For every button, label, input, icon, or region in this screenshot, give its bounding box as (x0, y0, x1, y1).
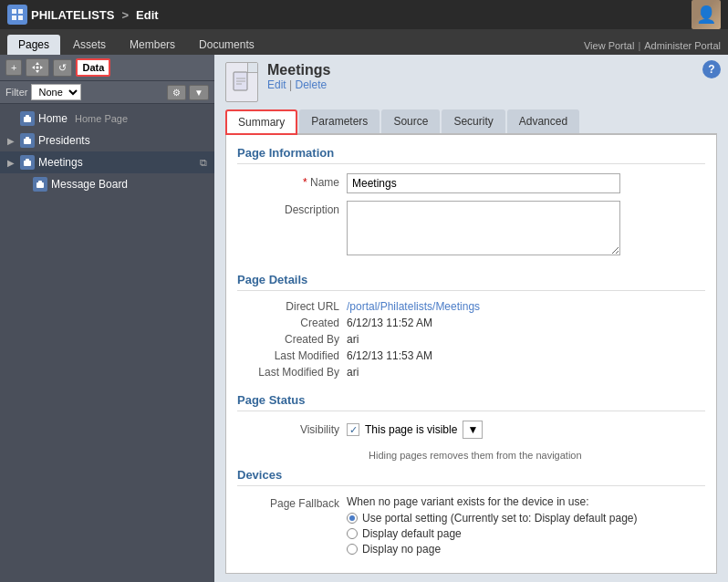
description-label: Description (237, 201, 347, 216)
name-field (347, 173, 705, 193)
help-button[interactable]: ? (702, 60, 721, 78)
breadcrumb-separator: > (121, 8, 129, 22)
radio-portal-setting-label: Use portal setting (Currently set to: Di… (362, 512, 637, 525)
tab-parameters[interactable]: Parameters (299, 109, 380, 133)
radio-display-none-btn[interactable] (347, 544, 358, 555)
visibility-row-container: Visibility This page is visible ▼ (237, 421, 705, 442)
dropdown-arrow: ▼ (467, 423, 478, 436)
visibility-controls: This page is visible ▼ (347, 421, 705, 439)
nav-tab-pages[interactable]: Pages (7, 35, 60, 55)
detail-row-created-by: Created By ari (237, 333, 705, 346)
url-label: Direct URL (237, 300, 347, 313)
refresh-button[interactable]: ↺ (53, 59, 72, 77)
logo-icon (7, 5, 27, 25)
filter-label: Filter (5, 87, 27, 98)
radio-display-default: Display default page (347, 527, 637, 540)
detail-row-last-modified: Last Modified 6/12/13 11:53 AM (237, 349, 705, 362)
svg-point-8 (36, 67, 39, 69)
delete-link[interactable]: Delete (295, 78, 327, 91)
administer-portal-link[interactable]: Administer Portal (644, 40, 721, 51)
radio-display-default-btn[interactable] (347, 528, 358, 539)
content-header: Meetings Edit | Delete (214, 55, 728, 109)
fallback-label: Page Fallback (237, 495, 347, 510)
main-layout: + ↺ Data Filter None ⚙ ▼ (0, 55, 728, 582)
top-links: View Portal | Administer Portal (584, 40, 721, 55)
radio-display-none: Display no page (347, 543, 637, 556)
section-title-page-status: Page Status (237, 393, 705, 411)
nav-tab-assets[interactable]: Assets (62, 35, 117, 55)
description-field (347, 201, 705, 258)
tree-item-label-msgboard: Message Board (51, 178, 128, 191)
visibility-hint: Hiding pages removes them from the navig… (369, 450, 705, 461)
nav-tab-documents[interactable]: Documents (188, 35, 265, 55)
name-input[interactable] (347, 173, 620, 193)
visibility-dropdown[interactable]: ▼ (463, 421, 483, 439)
tree-item-presidents[interactable]: ▶ Presidents (0, 130, 214, 151)
tab-advanced[interactable]: Advanced (507, 109, 579, 133)
description-textarea[interactable] (347, 201, 620, 255)
created-by-value: ari (347, 333, 359, 346)
page-icon-presidents (20, 133, 35, 148)
expand-arrow-presidents: ▶ (7, 136, 16, 146)
visibility-field: This page is visible ▼ (347, 421, 705, 442)
detail-row-url: Direct URL /portal/Philatelists/Meetings (237, 300, 705, 313)
svg-marker-6 (32, 66, 35, 69)
svg-rect-10 (26, 115, 29, 118)
view-portal-link[interactable]: View Portal (584, 40, 634, 51)
fallback-row: Page Fallback When no page variant exist… (237, 495, 705, 558)
detail-row-last-modified-by: Last Modified By ari (237, 366, 705, 379)
svg-rect-16 (38, 181, 42, 183)
visibility-checkbox[interactable] (347, 423, 359, 436)
move-button[interactable] (26, 58, 49, 77)
copy-icon-meetings: ⧉ (200, 157, 207, 169)
radio-portal-setting-btn[interactable] (347, 513, 358, 524)
tab-summary[interactable]: Summary (225, 109, 297, 135)
radio-display-default-label: Display default page (362, 527, 462, 540)
nav-tab-members[interactable]: Members (119, 35, 186, 55)
svg-marker-4 (36, 62, 39, 65)
tree-item-meetings[interactable]: ▶ Meetings ⧉ (0, 151, 214, 173)
tree-item-message-board[interactable]: Message Board (0, 173, 214, 195)
content-title: Meetings (267, 62, 330, 78)
site-name: PHILATELISTS (31, 8, 114, 22)
url-link[interactable]: /portal/Philatelists/Meetings (347, 300, 480, 313)
tree-item-label-presidents: Presidents (38, 134, 90, 147)
content-area: ? Meetings Edit | Delete (214, 55, 728, 582)
page-tabs: Summary Parameters Source Security Advan… (225, 109, 717, 135)
section-title-page-details: Page Details (237, 273, 705, 291)
logo: PHILATELISTS > Edit (7, 5, 159, 25)
radio-portal-setting: Use portal setting (Currently set to: Di… (347, 512, 637, 525)
edit-link[interactable]: Edit (267, 78, 286, 91)
filter-select[interactable]: None (31, 84, 81, 100)
visibility-text: This page is visible (365, 423, 457, 436)
filter-action-btn[interactable]: ⚙ (167, 85, 186, 100)
last-modified-value: 6/12/13 11:53 AM (347, 349, 432, 362)
last-modified-label: Last Modified (237, 349, 347, 362)
svg-rect-14 (26, 159, 29, 161)
form-content: Page Information * Name Description Page… (225, 135, 717, 574)
expand-arrow-meetings: ▶ (7, 158, 16, 168)
last-modified-by-label: Last Modified By (237, 366, 347, 379)
sidebar-toolbar: + ↺ Data (0, 55, 214, 81)
tree-item-label-meetings: Meetings (38, 156, 83, 169)
tab-security[interactable]: Security (442, 109, 504, 133)
created-label: Created (237, 317, 347, 329)
svg-rect-1 (18, 9, 23, 14)
visibility-label: Visibility (237, 421, 347, 436)
tree-item-sublabel-home: Home Page (75, 113, 128, 124)
created-value: 6/12/13 11:52 AM (347, 317, 432, 329)
svg-marker-5 (36, 70, 39, 73)
filter-view-btn[interactable]: ▼ (189, 85, 209, 100)
user-avatar[interactable]: 👤 (692, 0, 721, 29)
page-icon-msgboard (33, 177, 47, 192)
name-label: * Name (237, 173, 347, 189)
radio-group: Use portal setting (Currently set to: Di… (347, 512, 637, 556)
tab-source[interactable]: Source (381, 109, 440, 133)
add-button[interactable]: + (5, 59, 22, 76)
page-icon-meetings (20, 155, 35, 170)
data-button[interactable]: Data (76, 58, 110, 77)
tree-item-home[interactable]: Home Home Page (0, 108, 214, 130)
filter-bar: Filter None ⚙ ▼ (0, 81, 214, 104)
page-document-icon (225, 62, 258, 102)
link-separator: | (638, 40, 640, 51)
